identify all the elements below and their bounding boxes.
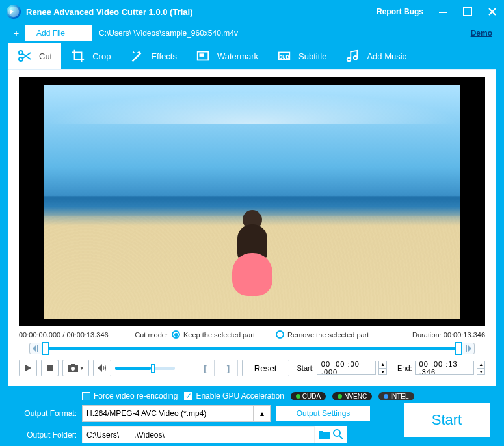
svg-text:SUB: SUB [279,54,289,60]
position-time: 00:00:00.000 [19,331,60,339]
trim-grip-right[interactable] [460,343,475,354]
svg-rect-1 [439,12,447,13]
trim-handle-start[interactable] [42,342,49,355]
start-time-label: Start: [297,364,314,372]
duration-value: 00:00:13.346 [444,331,485,339]
radio-icon [172,330,180,339]
svg-rect-6 [199,53,204,57]
minimize-button[interactable] [438,7,448,17]
file-path: C:\Users\ \Videos\sample_960x540.m4v [99,29,464,38]
start-time-spinner[interactable]: ▲▼ [378,361,387,375]
app-logo-icon [7,5,21,19]
duration-label: Duration: [412,331,442,339]
chevron-up-icon[interactable]: ▴ [254,405,271,422]
snapshot-button[interactable]: ▼ [62,360,89,376]
badge-cuda: CUDA [291,392,326,400]
svg-point-13 [71,367,75,371]
tab-subtitle[interactable]: SUB Subtitle [267,43,336,69]
radio-icon [276,330,284,339]
start-time-input[interactable]: 00 :00 :00 .000 [317,361,377,375]
video-preview[interactable] [19,77,485,326]
checkbox-gpu-accel[interactable]: ✓ Enable GPU Acceleration [184,391,284,400]
trim-handle-end[interactable] [455,342,462,355]
output-format-label: Output Format: [9,409,77,418]
svg-rect-2 [464,8,471,16]
demo-link[interactable]: Demo [471,29,492,38]
end-time-input[interactable]: 00 :00 :13 .346 [415,361,475,375]
encoding-options-row: Force video re-encoding ✓ Enable GPU Acc… [9,391,495,400]
output-folder-input[interactable] [82,426,315,443]
title-bar: Renee Advanced Video Cutter 1.0.0 (Trial… [0,0,504,23]
output-folder-label: Output Folder: [9,430,77,439]
total-time: 00:00:13.346 [66,331,108,339]
app-title: Renee Advanced Video Cutter 1.0.0 (Trial… [26,7,377,17]
plus-icon: + [8,25,25,41]
open-folder-icon[interactable] [333,429,343,441]
start-button[interactable]: Start [404,403,490,437]
crop-icon [70,48,86,64]
reset-button[interactable]: Reset [242,360,289,376]
play-button[interactable] [19,360,37,376]
player-controls: ▼ [ ] Reset Start: 00 :00 :00 .000 ▲▼ En… [19,356,485,380]
add-file-button[interactable]: + Add File [8,25,92,41]
svg-point-14 [334,430,340,436]
add-file-label: Add File [36,29,65,38]
tab-cut[interactable]: Cut [8,43,61,69]
tab-bar: Cut Crop Effects Watermark SUB Subtitle … [0,43,504,69]
work-area: 00:00:00.000 / 00:00:13.346 Cut mode: Ke… [8,69,496,386]
tab-effects[interactable]: Effects [120,43,186,69]
badge-intel: INTEL [378,392,414,400]
subtitle-icon: SUB [276,48,292,64]
report-bugs-link[interactable]: Report Bugs [377,7,423,16]
maximize-button[interactable] [462,7,473,17]
trim-grip-left[interactable] [29,343,44,354]
browse-folder-icon[interactable] [319,430,330,441]
badge-nvenc: NVENC [332,392,372,400]
end-time-label: End: [397,364,412,372]
svg-rect-10 [47,365,53,371]
tab-crop-label: Crop [92,51,111,61]
output-settings-button[interactable]: Output Settings [276,405,371,422]
trim-track[interactable] [44,347,460,350]
output-format-input[interactable] [82,405,254,422]
cut-mode-label: Cut mode: [135,331,168,339]
tab-watermark-label: Watermark [217,51,258,61]
radio-remove-selected[interactable]: Remove the selected part [276,330,369,339]
mark-in-button[interactable]: [ [196,360,215,376]
end-time-spinner[interactable]: ▲▼ [477,361,485,375]
tab-effects-label: Effects [151,51,177,61]
watermark-icon [195,48,211,64]
trim-track-row [19,341,485,356]
checkbox-icon: ✓ [184,392,192,400]
timecode-row: 00:00:00.000 / 00:00:13.346 Cut mode: Ke… [19,326,485,341]
tab-cut-label: Cut [39,51,52,61]
checkbox-icon [82,392,90,400]
output-format-combo[interactable]: ▴ [82,405,271,422]
tab-add-music-label: Add Music [367,51,406,61]
radio-keep-selected[interactable]: Keep the selected part [172,330,255,339]
tab-add-music[interactable]: Add Music [336,43,416,69]
close-button[interactable] [487,7,497,17]
volume-slider[interactable] [115,367,175,370]
music-note-icon [345,48,360,64]
top-bar: + Add File C:\Users\ \Videos\sample_960x… [0,23,504,43]
stop-button[interactable] [41,360,59,376]
checkbox-force-reencode[interactable]: Force video re-encoding [82,391,178,400]
tab-crop[interactable]: Crop [61,43,120,69]
svg-point-9 [354,56,358,60]
mark-out-button[interactable]: ] [219,360,238,376]
volume-button[interactable] [93,360,111,376]
tab-watermark[interactable]: Watermark [186,43,267,69]
svg-rect-12 [71,364,75,366]
tab-subtitle-label: Subtitle [298,51,326,61]
magic-wand-icon [129,48,144,64]
scissors-icon [17,48,33,64]
